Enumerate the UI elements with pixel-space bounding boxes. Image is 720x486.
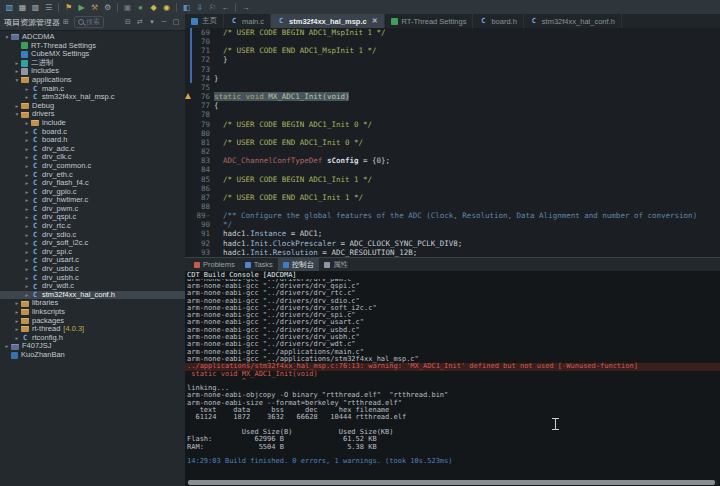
expander-icon[interactable]: ▸ bbox=[23, 265, 31, 274]
tree-item-kuozhanban[interactable]: KuoZhanBan bbox=[0, 351, 185, 360]
tree-item-drv_flash_f4-c[interactable]: ▸Cdrv_flash_f4.c bbox=[0, 179, 185, 188]
tree-item-drv_usbd-c[interactable]: ▸Cdrv_usbd.c bbox=[0, 265, 185, 274]
debug-bug-icon[interactable]: ● bbox=[134, 1, 147, 14]
tree-item-applications[interactable]: ▾applications bbox=[0, 76, 185, 85]
run-icon[interactable]: ▶ bbox=[75, 1, 88, 14]
expander-icon[interactable]: ▸ bbox=[13, 334, 21, 343]
tree-item-drv_usart-c[interactable]: ▸Cdrv_usart.c bbox=[0, 256, 185, 265]
flag-icon[interactable]: ⚐ bbox=[206, 1, 219, 14]
editor-tab-stm32f4xx_hal_conf-h[interactable]: Cstm32f4xx_hal_conf.h bbox=[524, 14, 622, 28]
tree-item-packages[interactable]: ▸packages bbox=[0, 317, 185, 326]
tree-item-drv_qspi-c[interactable]: ▸Cdrv_qspi.c bbox=[0, 213, 185, 222]
expander-icon[interactable]: ▸ bbox=[23, 128, 31, 137]
expander-icon[interactable]: ▸ bbox=[23, 248, 31, 257]
tree-item-drv_eth-c[interactable]: ▸Cdrv_eth.c bbox=[0, 171, 185, 180]
expander-icon[interactable]: ▸ bbox=[23, 171, 31, 180]
tree-item-stm32f4xx_hal_msp-c[interactable]: ▸Cstm32f4xx_hal_msp.c bbox=[0, 93, 185, 102]
expander-icon[interactable]: ▸ bbox=[13, 308, 21, 317]
expander-icon[interactable]: ▸ bbox=[23, 274, 31, 283]
settings-gear-icon[interactable]: ⚙ bbox=[101, 1, 114, 14]
editor-tab-stm32f4xx_hal_msp-c[interactable]: Cstm32f4xx_hal_msp.c✕ bbox=[271, 14, 384, 28]
expander-icon[interactable]: ▸ bbox=[23, 222, 31, 231]
expander-icon[interactable]: ▸ bbox=[13, 59, 21, 68]
view-menu-icon[interactable]: ▾ bbox=[147, 18, 157, 26]
tree-item-drv_usbh-c[interactable]: ▸Cdrv_usbh.c bbox=[0, 274, 185, 283]
search-icon[interactable]: ◉ bbox=[160, 1, 173, 14]
tree-item-drv_clk-c[interactable]: ▸Cdrv_clk.c bbox=[0, 153, 185, 162]
terminal-icon[interactable]: ▣ bbox=[121, 1, 134, 14]
expander-icon[interactable]: ▾ bbox=[13, 110, 21, 119]
expander-icon[interactable]: ▸ bbox=[23, 145, 31, 154]
tree-item-stm32f4xx_hal_conf-h[interactable]: ▸Cstm32f4xx_hal_conf.h bbox=[0, 291, 185, 300]
expander-icon[interactable]: ▸ bbox=[13, 317, 21, 326]
link-with-editor-icon[interactable]: ⇄ bbox=[135, 18, 145, 26]
tree-item-drv_gpio-c[interactable]: ▸Cdrv_gpio.c bbox=[0, 188, 185, 197]
expander-icon[interactable]: ▸ bbox=[23, 179, 31, 188]
tree-item-drivers[interactable]: ▾drivers bbox=[0, 110, 185, 119]
debug-config-icon[interactable]: ⚑ bbox=[62, 1, 75, 14]
tree-item-drv_rtc-c[interactable]: ▸Cdrv_rtc.c bbox=[0, 222, 185, 231]
expander-icon[interactable]: ▸ bbox=[23, 85, 31, 94]
expander-icon[interactable]: ▸ bbox=[23, 282, 31, 291]
expander-icon[interactable]: ▸ bbox=[23, 136, 31, 145]
editor-tab-main-c[interactable]: Cmain.c bbox=[224, 14, 271, 28]
expander-icon[interactable]: ▸ bbox=[23, 291, 31, 300]
tree-item-debug[interactable]: ▸Debug bbox=[0, 102, 185, 111]
editor-tab-rt-thread-settings[interactable]: RT-Thread Settings bbox=[385, 14, 474, 28]
close-icon[interactable]: ✕ bbox=[372, 17, 378, 25]
expander-icon[interactable]: ▸ bbox=[23, 239, 31, 248]
expander-icon[interactable]: ▾ bbox=[3, 33, 11, 42]
console-tab--[interactable]: 控制台 bbox=[278, 258, 320, 271]
console-tab-tasks[interactable]: Tasks bbox=[240, 258, 278, 271]
plugin-icon[interactable]: ◧ bbox=[180, 1, 193, 14]
expander-icon[interactable]: ▸ bbox=[23, 162, 31, 171]
expander-icon[interactable]: ▸ bbox=[23, 93, 31, 102]
expander-icon[interactable]: ▸ bbox=[13, 102, 21, 111]
console-tab-problems[interactable]: Problems bbox=[189, 258, 240, 271]
editor-tab--[interactable]: 主页 bbox=[185, 14, 224, 28]
expander-icon[interactable]: ▸ bbox=[13, 67, 21, 76]
download-icon[interactable]: ⇩ bbox=[193, 1, 206, 14]
code-editor[interactable]: 69 /* USER CODE BEGIN ADC1_MspInit 1 */7… bbox=[185, 28, 720, 257]
tree-item-rt-thread-settings[interactable]: RT-Thread Settings bbox=[0, 42, 185, 51]
expander-icon[interactable]: ▸ bbox=[23, 153, 31, 162]
expander-icon[interactable]: ▾ bbox=[13, 76, 21, 85]
tree-item-drv_soft_i2c-c[interactable]: ▸Cdrv_soft_i2c.c bbox=[0, 239, 185, 248]
console-panel[interactable]: CDT Build Console [ADCDMA] arm-none-eabi… bbox=[185, 271, 720, 486]
tree-item-includes[interactable]: ▸Includes bbox=[0, 67, 185, 76]
tree-item-include[interactable]: ▸include bbox=[0, 119, 185, 128]
expander-icon[interactable]: ▸ bbox=[23, 256, 31, 265]
expander-icon[interactable]: ▸ bbox=[23, 119, 31, 128]
tree-item--[interactable]: ▸二进制 bbox=[0, 59, 185, 68]
console-horizontal-scrollbar[interactable] bbox=[187, 480, 718, 485]
print-icon[interactable]: ☰ bbox=[42, 1, 55, 14]
tree-item-drv_common-c[interactable]: ▸Cdrv_common.c bbox=[0, 162, 185, 171]
expander-icon[interactable]: ▸ bbox=[13, 325, 21, 334]
editor-tab-board-h[interactable]: Cboard.h bbox=[473, 14, 523, 28]
expander-icon[interactable]: ▸ bbox=[23, 205, 31, 214]
tree-item-libraries[interactable]: ▸libraries bbox=[0, 299, 185, 308]
expander-icon[interactable]: ▸ bbox=[23, 188, 31, 197]
build-icon[interactable]: ⚒ bbox=[88, 1, 101, 14]
fold-marker-icon[interactable]: ◦ bbox=[205, 211, 210, 220]
tree-item-drv_hwtimer-c[interactable]: ▸Cdrv_hwtimer.c bbox=[0, 196, 185, 205]
collapse-all-icon[interactable]: ⊟ bbox=[123, 18, 133, 26]
tree-item-rt-thread[interactable]: ▸rt-thread[4.0.3] bbox=[0, 325, 185, 334]
expander-icon[interactable]: ▸ bbox=[13, 299, 21, 308]
save-icon[interactable]: ▦ bbox=[16, 1, 29, 14]
scrollbar-thumb[interactable] bbox=[188, 480, 715, 485]
project-tree[interactable]: ▾ADCDMART-Thread SettingsCubeMX Settings… bbox=[0, 31, 185, 486]
explorer-search-input[interactable]: 搜索 bbox=[74, 16, 104, 28]
tree-item-drv_sdio-c[interactable]: ▸Cdrv_sdio.c bbox=[0, 231, 185, 240]
new-file-icon[interactable]: ▧ bbox=[3, 1, 16, 14]
tree-item-cubemx-settings[interactable]: CubeMX Settings bbox=[0, 50, 185, 59]
tree-item-drv_spi-c[interactable]: ▸Cdrv_spi.c bbox=[0, 248, 185, 257]
maximize-icon[interactable]: ▢ bbox=[171, 18, 181, 26]
tree-item-linkscripts[interactable]: ▸linkscripts bbox=[0, 308, 185, 317]
save-all-icon[interactable]: ▩ bbox=[29, 1, 42, 14]
tree-item-drv_adc-c[interactable]: ▸Cdrv_adc.c bbox=[0, 145, 185, 154]
expander-icon[interactable]: ▸ bbox=[23, 196, 31, 205]
console-tab--[interactable]: 属性 bbox=[319, 258, 353, 271]
back-icon[interactable]: ← bbox=[219, 1, 232, 14]
expander-icon[interactable]: ▸ bbox=[23, 231, 31, 240]
